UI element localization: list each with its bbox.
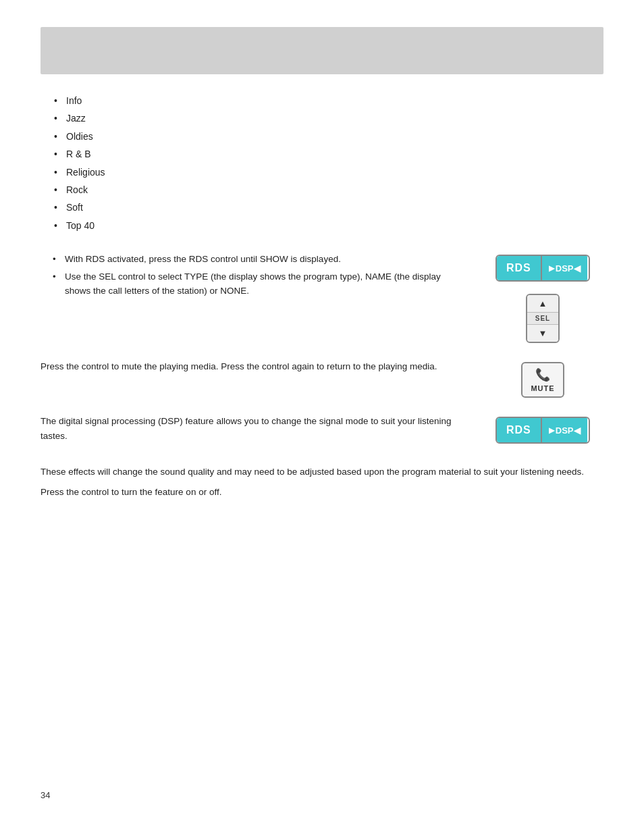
rds-label-2: RDS bbox=[497, 418, 541, 442]
mute-text: Press the control to mute the playing me… bbox=[41, 359, 462, 374]
dsp-effects-text: These effects will change the sound qual… bbox=[41, 465, 603, 479]
dsp-label-2: ▶ DSP ◀ bbox=[541, 418, 587, 442]
bullet-item: Info bbox=[54, 93, 603, 108]
bullet-list: InfoJazzOldiesR & BReligiousRockSoftTop … bbox=[41, 93, 603, 233]
bullet-item: Jazz bbox=[54, 111, 603, 126]
bullet-item: Religious bbox=[54, 165, 603, 180]
dsp-right-arrow: ◀ bbox=[574, 263, 581, 273]
dsp-text: The digital signal processing (DSP) feat… bbox=[41, 414, 462, 448]
dsp-right-arrow-2: ◀ bbox=[574, 425, 581, 436]
sel-label-text: SEL bbox=[527, 312, 558, 325]
dsp-button-image: RDS ▶ DSP ◀ bbox=[482, 414, 603, 444]
rds-bullet-2: Use the SEL control to select TYPE (the … bbox=[53, 269, 462, 298]
mute-button[interactable]: 📞 MUTE bbox=[521, 362, 564, 398]
rds-dsp-button-2[interactable]: RDS ▶ DSP ◀ bbox=[495, 417, 590, 444]
sel-down-arrow[interactable]: ▼ bbox=[527, 325, 558, 342]
header-bar bbox=[41, 27, 603, 74]
sel-up-arrow[interactable]: ▲ bbox=[527, 295, 558, 312]
bullet-item: Oldies bbox=[54, 129, 603, 144]
dsp-onoff-text: Press the control to turn the feature on… bbox=[41, 485, 603, 500]
bullet-item: Top 40 bbox=[54, 218, 603, 233]
dsp-section: The digital signal processing (DSP) feat… bbox=[41, 414, 603, 448]
rds-label: RDS bbox=[497, 256, 541, 280]
dsp-left-arrow-2: ▶ bbox=[549, 426, 554, 435]
rds-instructions-text: With RDS activated, press the RDS contro… bbox=[41, 252, 462, 301]
bullet-item: R & B bbox=[54, 147, 603, 161]
rds-bullet-1: With RDS activated, press the RDS contro… bbox=[53, 252, 462, 267]
dsp-left-arrow: ▶ bbox=[549, 264, 554, 273]
mute-button-image: 📞 MUTE bbox=[482, 359, 603, 398]
phone-icon: 📞 bbox=[535, 367, 550, 382]
mute-section: Press the control to mute the playing me… bbox=[41, 359, 603, 398]
sel-control[interactable]: ▲ SEL ▼ bbox=[526, 294, 560, 343]
rds-instructions-section: With RDS activated, press the RDS contro… bbox=[41, 252, 603, 343]
bullet-item: Rock bbox=[54, 182, 603, 197]
mute-label-text: MUTE bbox=[531, 384, 554, 392]
rds-dsp-sel-images: RDS ▶ DSP ◀ ▲ SEL ▼ bbox=[482, 252, 603, 343]
dsp-label: ▶ DSP ◀ bbox=[541, 256, 587, 280]
bullet-item: Soft bbox=[54, 200, 603, 215]
rds-dsp-button[interactable]: RDS ▶ DSP ◀ bbox=[495, 255, 590, 282]
page-number: 34 bbox=[41, 790, 50, 800]
